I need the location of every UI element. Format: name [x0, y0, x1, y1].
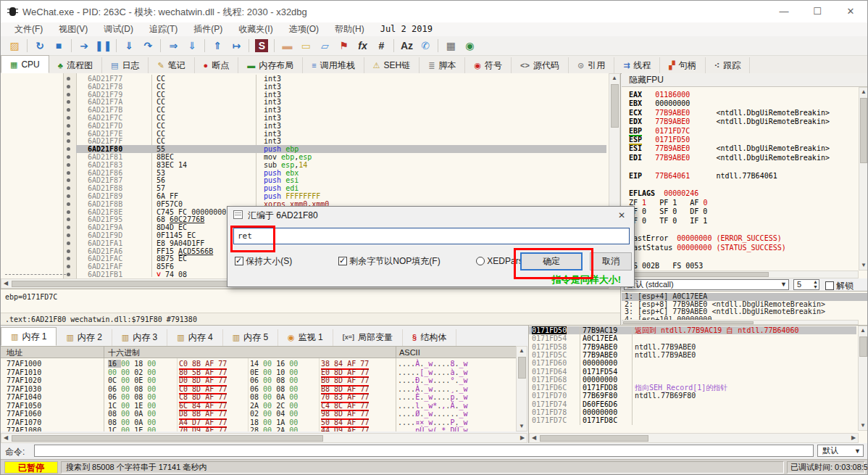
breakpoint-dot-icon[interactable] — [67, 265, 70, 268]
argument-row[interactable]: 3: [esp+C] 77B9ABE0 <ntdll.DbgUiRemoteBr… — [622, 308, 868, 316]
command-profile-dropdown[interactable]: 默认 ▼ — [817, 445, 864, 457]
tab-struct[interactable]: §结构体 — [403, 329, 456, 346]
menu-item[interactable]: 调试(D) — [96, 22, 141, 36]
stack-row[interactable]: 0171FD5877B9ABE0ntdll.77B9ABE0 — [529, 343, 856, 351]
breakpoint-dot-icon[interactable] — [67, 108, 70, 112]
stop-icon[interactable]: ■ — [51, 38, 67, 54]
breakpoint-dot-icon[interactable] — [67, 85, 70, 88]
register-line[interactable]: CF 0 TF 0 IF 1 — [629, 217, 707, 226]
arguments-hscrollbar[interactable] — [622, 320, 859, 325]
register-line[interactable]: EFLAGS 00000246 — [629, 189, 698, 198]
dump-vscrollbar[interactable]: ▲ ▼ — [516, 346, 527, 431]
tab-graph[interactable]: ♣流程图 — [49, 57, 102, 73]
maximize-button[interactable]: ☐ — [801, 1, 834, 22]
register-line[interactable]: OF 0 SF 0 DF 0 — [629, 207, 707, 216]
checkbox-checked-icon[interactable] — [235, 257, 243, 265]
tab-breakpoints[interactable]: ●断点 — [195, 57, 239, 73]
register-line[interactable]: LastStatus 00000000 (STATUS_SUCCESS) — [629, 244, 786, 252]
stack-row[interactable]: 0171FD640171FD54 — [529, 368, 856, 376]
disasm-row[interactable]: 6AD21F7CCCint3 — [1, 114, 609, 122]
stack-row[interactable]: 0171FD5077B9AC19返回到 ntdll.77B9AC19 自 ntd… — [529, 326, 856, 334]
command-input[interactable] — [34, 445, 814, 457]
tab-references[interactable]: ⊙引用 — [569, 57, 614, 73]
tab-threads[interactable]: ⇉线程 — [614, 57, 660, 73]
disasm-row[interactable]: 6AD21F818BECmov ebp,esp — [1, 153, 609, 161]
stack-row[interactable]: 0171FD74D60FE6D6 — [529, 400, 856, 408]
tab-locals[interactable]: [x=]局部变量 — [333, 329, 403, 346]
menu-item[interactable]: 插件(P) — [185, 22, 230, 36]
memory-row[interactable]: 77AF10501C 00 1E 006C 84 AF 772A 00 2C 0… — [1, 402, 516, 410]
tab-handles[interactable]: ▞句柄 — [660, 57, 705, 73]
register-line[interactable]: EBX 00000000 — [629, 99, 690, 108]
tab-dump-4[interactable]: ▥内存 4 — [167, 329, 222, 346]
register-line[interactable]: ESP 0171FD50 — [629, 136, 690, 144]
breakpoint-dot-icon[interactable] — [67, 210, 70, 214]
breakpoint-dot-icon[interactable] — [67, 186, 70, 190]
tab-trace[interactable]: ⁖跟踪 — [706, 57, 751, 73]
minimize-button[interactable]: — — [767, 1, 801, 22]
breakpoint-dot-icon[interactable] — [67, 218, 70, 221]
tab-source[interactable]: <>源代码 — [512, 57, 569, 73]
disasm-row[interactable]: 6AD21F7FCCint3 — [1, 137, 609, 145]
keep-size-checkbox[interactable]: 保持大小(S) — [235, 252, 292, 270]
menu-item[interactable]: 视图(V) — [51, 22, 96, 36]
run-icon[interactable]: ➔ — [76, 38, 92, 54]
argument-count-stepper[interactable]: 5 ▲▼ — [793, 279, 819, 290]
disasm-row[interactable]: 6AD21F8653push ebx — [1, 169, 609, 177]
disasm-row[interactable]: 6AD21F8857push edi — [1, 184, 609, 192]
disasm-row[interactable]: 6AD21F79CCint3 — [1, 91, 609, 99]
breakpoint-dot-icon[interactable] — [67, 234, 70, 237]
close-button[interactable]: ✕ — [834, 1, 867, 22]
breakpoint-dot-icon[interactable] — [67, 202, 70, 206]
memory-row[interactable]: 77AF106008 00 0A 00D8 8B AF 7702 00 04 0… — [1, 410, 516, 418]
disasm-row[interactable]: 6AD21F7ACCint3 — [1, 98, 609, 106]
tab-dump-3[interactable]: ▥内存 3 — [112, 329, 167, 346]
fill-nop-checkbox[interactable]: 剩余字节以NOP填充(F) — [338, 252, 441, 270]
disasm-row[interactable]: 6AD21F7ECCint3 — [1, 130, 609, 138]
spinner-arrows-icon[interactable]: ▲▼ — [813, 279, 818, 289]
dump-header-ascii[interactable]: ASCII — [399, 347, 420, 358]
register-line[interactable]: LastError 00000000 (ERROR_SUCCESS) — [629, 234, 782, 243]
call-phone-icon[interactable]: ✆ — [417, 38, 433, 54]
breakpoint-dot-icon[interactable] — [67, 249, 70, 253]
open-file-icon[interactable]: ▨ — [7, 38, 22, 54]
breakpoint-dot-icon[interactable] — [67, 139, 70, 143]
radio-unselected-icon[interactable] — [476, 257, 485, 265]
tab-seh-chain[interactable]: ⚠SEH链 — [364, 57, 420, 73]
step-out-icon[interactable]: ⇓ — [184, 38, 200, 54]
restart-icon[interactable]: ↻ — [32, 38, 48, 54]
breakpoint-dot-icon[interactable] — [67, 77, 70, 80]
stack-row[interactable]: 0171FD6C0171FDD8指向SEH_Record[1]的指针 — [529, 384, 856, 392]
memory-row[interactable]: 77AF107008 00 0A 00A4 D7 AF 7718 00 1A 0… — [1, 418, 516, 427]
memory-row[interactable]: 77AF100016 00 18 00C0 8B AF 7714 00 16 0… — [1, 360, 516, 368]
stack-vscrollbar[interactable]: ▲ ▼ — [858, 326, 868, 431]
stack-row[interactable]: 0171FD7800000000 — [529, 408, 856, 416]
breakpoint-dot-icon[interactable] — [67, 100, 70, 104]
tab-log[interactable]: ▤日志 — [102, 57, 149, 73]
tab-notes[interactable]: ✎笔记 — [149, 57, 194, 73]
memory-row[interactable]: 77AF104006 00 08 00C8 8D AF 7708 00 0A 0… — [1, 393, 516, 402]
run-to-cursor-icon[interactable]: ⇒ — [165, 38, 181, 54]
tab-dump-5[interactable]: ▥内存 5 — [223, 329, 278, 346]
step-over-icon[interactable]: ↷ — [140, 38, 156, 54]
unlock-checkbox-box[interactable] — [825, 281, 834, 290]
disasm-row[interactable]: 6AD21F7DCCint3 — [1, 122, 609, 130]
step-into-icon[interactable]: ⇓ — [121, 38, 137, 54]
disasm-row[interactable]: 6AD21F7BCCint3 — [1, 106, 609, 114]
pause-icon[interactable]: ❚❚ — [95, 38, 112, 54]
memory-row[interactable]: 77AF103006 00 08 00C0 8D AF 7706 00 08 0… — [1, 385, 516, 394]
run-to-user-code-icon[interactable]: ↦ — [228, 38, 244, 54]
breakpoint-dot-icon[interactable] — [67, 178, 70, 182]
tab-memory-map[interactable]: ▬内存布局 — [238, 57, 303, 73]
breakpoint-dot-icon[interactable] — [67, 241, 70, 245]
tab-call-stack[interactable]: ≡调用堆栈 — [303, 57, 364, 73]
disasm-row[interactable]: 6AD21F8756push esi — [1, 176, 609, 184]
disasm-row[interactable]: 6AD21F8383EC 14sub esp,14 — [1, 161, 609, 169]
tab-script[interactable]: ≣脚本 — [420, 57, 465, 73]
ok-button[interactable]: 确定 — [520, 252, 583, 270]
register-line[interactable]: EIP 77B64061 ntdll.77B64061 — [629, 172, 777, 181]
breakpoint-dot-icon[interactable] — [67, 147, 70, 151]
strings-icon[interactable]: Az — [398, 38, 414, 54]
cancel-button[interactable]: 取消 — [590, 252, 632, 270]
register-line[interactable]: EAX 01186000 — [629, 91, 690, 99]
